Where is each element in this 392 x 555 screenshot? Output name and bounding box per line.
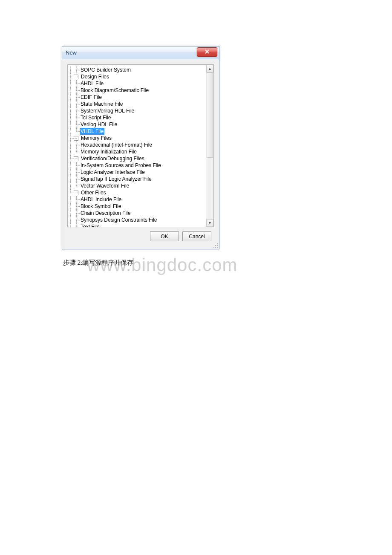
expander-icon[interactable]: -	[74, 75, 78, 79]
scroll-down-button[interactable]: ▼	[206, 219, 213, 227]
tree-item[interactable]: Block Diagram/Schematic File	[68, 87, 206, 94]
close-icon	[205, 48, 210, 56]
scrollbar-track[interactable]	[206, 72, 213, 219]
tree-group[interactable]: -Verification/Debugging Files	[68, 155, 206, 162]
tree-item-label[interactable]: Verilog HDL File	[80, 121, 118, 128]
tree-group[interactable]: -Memory Files	[68, 135, 206, 142]
tree-item-label[interactable]: Hexadecimal (Intel-Format) File	[80, 142, 153, 148]
tree-item-label[interactable]: SignalTap II Logic Analyzer File	[80, 176, 153, 182]
tree-item[interactable]: Memory Initialization File	[68, 148, 206, 155]
tree-item-label[interactable]: Design Files	[80, 73, 110, 80]
tree-item-label[interactable]: In-System Sources and Probes File	[80, 162, 162, 169]
tree-item[interactable]: Vector Waveform File	[68, 182, 206, 189]
tree-item[interactable]: VHDL File	[68, 128, 206, 135]
titlebar[interactable]: New	[62, 46, 219, 59]
tree-item[interactable]: AHDL File	[68, 80, 206, 87]
tree-item-label[interactable]: Text File	[80, 223, 101, 227]
svg-point-0	[217, 243, 218, 244]
tree-item[interactable]: Verilog HDL File	[68, 121, 206, 128]
tree-group[interactable]: -Design Files	[68, 73, 206, 80]
tree-item[interactable]: SignalTap II Logic Analyzer File	[68, 176, 206, 182]
tree-item[interactable]: Chain Description File	[68, 210, 206, 217]
tree-item[interactable]: Synopsys Design Constraints File	[68, 217, 206, 223]
tree-item-label[interactable]: Vector Waveform File	[80, 182, 130, 189]
tree-item-label[interactable]: State Machine File	[80, 101, 124, 107]
tree-item-label[interactable]: AHDL File	[80, 80, 104, 87]
tree-item-label[interactable]: Block Symbol File	[80, 203, 122, 210]
tree-item-label[interactable]: Logic Analyzer Interface File	[80, 169, 146, 176]
tree-item[interactable]: Tcl Script File	[68, 114, 206, 121]
ok-button[interactable]: OK	[150, 231, 179, 241]
tree-item-label[interactable]: VHDL File	[80, 128, 104, 135]
svg-point-1	[215, 245, 216, 246]
tree-item-label[interactable]: EDIF File	[80, 94, 103, 101]
svg-point-5	[217, 247, 218, 248]
close-button[interactable]	[197, 47, 217, 57]
tree-item-label[interactable]: Block Diagram/Schematic File	[80, 87, 150, 94]
step-caption: 步骤 2:编写源程序并保存	[63, 259, 133, 267]
tree-item[interactable]: SOPC Builder System	[68, 66, 206, 73]
tree-item-label[interactable]: Synopsys Design Constraints File	[80, 217, 158, 223]
new-file-dialog: New SOPC Builder System-Design FilesAHDL…	[62, 46, 219, 249]
tree-item-label[interactable]: Tcl Script File	[80, 114, 112, 121]
tree-item-label[interactable]: SystemVerilog HDL File	[80, 107, 135, 114]
tree-item[interactable]: SystemVerilog HDL File	[68, 107, 206, 114]
tree-item-label[interactable]: SOPC Builder System	[80, 66, 132, 73]
tree-item[interactable]: State Machine File	[68, 101, 206, 107]
tree-item-label[interactable]: AHDL Include File	[80, 196, 122, 203]
tree-item-label[interactable]: Chain Description File	[80, 210, 131, 217]
tree-item[interactable]: Text File	[68, 223, 206, 227]
expander-icon[interactable]: -	[74, 136, 78, 141]
dialog-title: New	[66, 49, 77, 56]
tree-group[interactable]: -Other Files	[68, 189, 206, 196]
vertical-scrollbar[interactable]: ▲ ▼	[206, 65, 213, 227]
tree-item[interactable]: EDIF File	[68, 94, 206, 101]
resize-grip[interactable]	[212, 242, 218, 248]
tree-item[interactable]: AHDL Include File	[68, 196, 206, 203]
scrollbar-thumb[interactable]	[207, 72, 213, 158]
svg-point-4	[215, 247, 216, 248]
dialog-button-row: OK Cancel	[67, 227, 214, 246]
tree-item-label[interactable]: Memory Files	[80, 135, 112, 142]
cancel-button[interactable]: Cancel	[182, 231, 211, 241]
file-type-tree[interactable]: SOPC Builder System-Design FilesAHDL Fil…	[67, 64, 214, 227]
svg-point-3	[213, 247, 214, 248]
tree-item[interactable]: Hexadecimal (Intel-Format) File	[68, 142, 206, 148]
dialog-content: SOPC Builder System-Design FilesAHDL Fil…	[62, 59, 219, 249]
tree-item-label[interactable]: Other Files	[80, 189, 107, 196]
tree-item-label[interactable]: Memory Initialization File	[80, 148, 138, 155]
expander-icon[interactable]: -	[74, 156, 78, 161]
scroll-up-button[interactable]: ▲	[206, 65, 213, 72]
svg-point-2	[217, 245, 218, 246]
tree-item[interactable]: Block Symbol File	[68, 203, 206, 210]
tree-item[interactable]: In-System Sources and Probes File	[68, 162, 206, 169]
expander-icon[interactable]: -	[74, 191, 78, 195]
tree-item[interactable]: Logic Analyzer Interface File	[68, 169, 206, 176]
tree-item-label[interactable]: Verification/Debugging Files	[80, 155, 145, 162]
